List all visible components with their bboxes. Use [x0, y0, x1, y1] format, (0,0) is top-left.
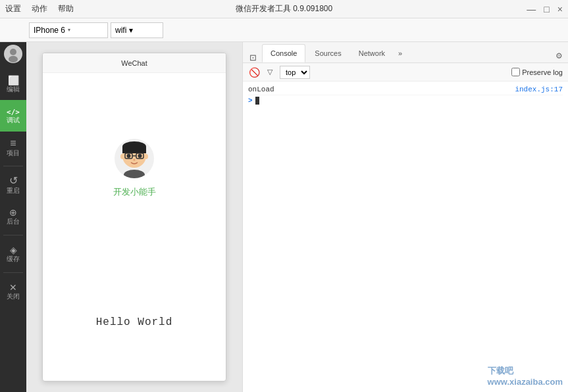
close-button[interactable]: ×: [557, 4, 563, 14]
menu-settings[interactable]: 设置: [5, 3, 21, 14]
sidebar: ⬜ 编辑 </> 调试 ≡ 项目 ↺ 重启 ⊕ 后台 ◈ 缓存: [0, 42, 26, 392]
editor-icon: ⬜: [8, 76, 19, 85]
devtools-settings-icon[interactable]: ⚙: [552, 49, 565, 62]
close-label: 关闭: [7, 293, 20, 300]
debug-icon: </>: [7, 109, 20, 116]
context-select[interactable]: top: [280, 66, 310, 79]
device-value: IPhone 6: [34, 26, 65, 35]
sidebar-divider-1: [3, 166, 23, 166]
maximize-button[interactable]: □: [544, 4, 549, 14]
restart-label: 重启: [7, 187, 20, 194]
character-avatar-image: [115, 139, 154, 178]
avatar-image: [4, 45, 22, 63]
titlebar-menu[interactable]: 设置 动作 帮助: [5, 3, 74, 14]
titlebar: 设置 动作 帮助 微信开发者工具 0.9.091800 — □ ×: [0, 0, 568, 18]
inspect-icon[interactable]: ⊡: [245, 53, 261, 62]
main-layout: ⬜ 编辑 </> 调试 ≡ 项目 ↺ 重启 ⊕ 后台 ◈ 缓存: [0, 42, 568, 392]
preserve-log-label[interactable]: Preserve log: [511, 68, 563, 76]
phone-frame: WeChat: [42, 53, 226, 381]
log-entry: onLoad index.js:17: [248, 84, 563, 95]
user-profile-area: 开发小能手: [113, 139, 156, 198]
devtools-toolbar: 🚫 ▽ top Preserve log: [243, 63, 568, 82]
devtools-tabs: ⊡ Console Sources Network » ⚙: [243, 42, 568, 63]
project-icon: ≡: [10, 138, 16, 149]
devtools-panel: ⊡ Console Sources Network » ⚙ 🚫 ▽ top Pr…: [242, 42, 568, 392]
close-sidebar-icon: ✕: [9, 283, 17, 292]
tab-more[interactable]: »: [394, 44, 406, 62]
network-value: wifi: [115, 26, 126, 35]
cache-icon: ◈: [10, 245, 17, 255]
debug-label: 调试: [7, 117, 20, 124]
network-select[interactable]: wifi ▾: [111, 22, 163, 38]
device-select[interactable]: IPhone 6 ▾: [29, 22, 108, 38]
tab-sources[interactable]: Sources: [307, 44, 349, 62]
hello-world-text: Hello World: [96, 316, 173, 328]
svg-point-9: [127, 154, 131, 158]
filter-button[interactable]: ▽: [264, 66, 276, 78]
titlebar-controls[interactable]: — □ ×: [527, 4, 563, 14]
devtools-content: onLoad index.js:17 >: [243, 82, 568, 392]
svg-point-11: [134, 159, 136, 161]
svg-point-12: [120, 154, 124, 159]
user-name: 开发小能手: [113, 186, 156, 198]
sidebar-item-backend[interactable]: ⊕ 后台: [0, 201, 26, 232]
preserve-log-text: Preserve log: [522, 68, 563, 76]
svg-point-1: [10, 49, 16, 55]
tab-network[interactable]: Network: [351, 44, 393, 62]
sidebar-item-cache[interactable]: ◈ 缓存: [0, 238, 26, 270]
svg-point-14: [124, 170, 145, 178]
device-selector-area: IPhone 6 ▾ wifi ▾: [29, 22, 163, 38]
sidebar-item-debug[interactable]: </> 调试: [0, 100, 26, 132]
menu-help[interactable]: 帮助: [58, 3, 74, 14]
console-cursor: [255, 97, 259, 105]
user-avatar[interactable]: [4, 45, 22, 63]
sidebar-item-restart[interactable]: ↺ 重启: [0, 169, 26, 201]
sidebar-item-close[interactable]: ✕ 关闭: [0, 276, 26, 307]
editor-label: 编辑: [7, 86, 20, 93]
log-source[interactable]: index.js:17: [515, 86, 563, 93]
backend-label: 后台: [7, 218, 20, 225]
svg-point-13: [144, 154, 148, 159]
phone-statusbar: WeChat: [43, 53, 226, 73]
console-input-row[interactable]: >: [248, 95, 563, 106]
cache-label: 缓存: [7, 256, 20, 262]
titlebar-title: 微信开发者工具 0.9.091800: [236, 3, 332, 14]
svg-point-2: [9, 56, 18, 62]
sidebar-divider-2: [3, 235, 23, 235]
restart-icon: ↺: [9, 176, 18, 186]
console-prompt: >: [248, 97, 253, 105]
clear-console-button[interactable]: 🚫: [248, 66, 260, 78]
tab-console[interactable]: Console: [262, 44, 305, 62]
svg-rect-5: [122, 147, 146, 153]
sidebar-item-editor[interactable]: ⬜ 编辑: [0, 68, 26, 100]
minimize-button[interactable]: —: [527, 4, 536, 14]
svg-point-10: [138, 154, 142, 158]
log-text: onLoad: [248, 86, 274, 93]
sidebar-divider-3: [3, 272, 23, 273]
toolbar: IPhone 6 ▾ wifi ▾: [0, 18, 568, 42]
device-arrow: ▾: [68, 27, 70, 33]
backend-icon: ⊕: [9, 208, 17, 217]
character-avatar: [115, 139, 154, 178]
network-arrow: ▾: [129, 26, 133, 35]
phone-content: 开发小能手 Hello World: [43, 73, 226, 381]
menu-action[interactable]: 动作: [32, 3, 47, 14]
project-label: 项目: [7, 150, 20, 157]
sidebar-item-project[interactable]: ≡ 项目: [0, 132, 26, 163]
preview-area: WeChat: [26, 42, 242, 392]
preserve-log-checkbox[interactable]: [511, 68, 520, 76]
